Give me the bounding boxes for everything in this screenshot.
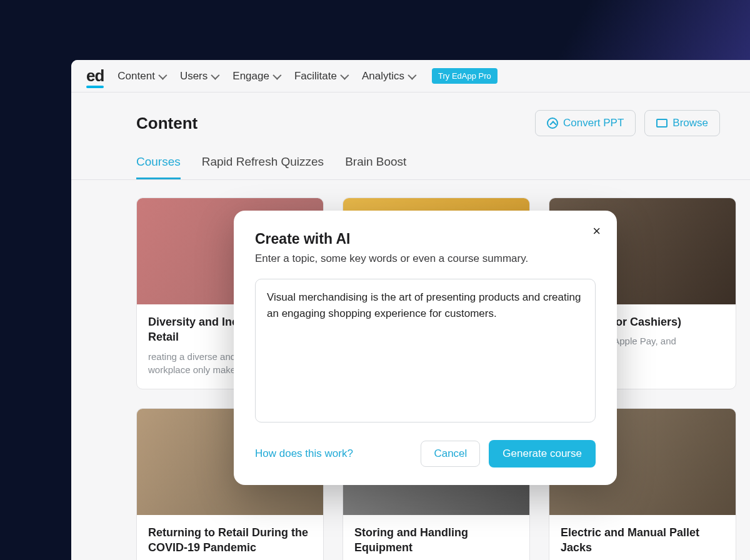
nav-label: Users [180, 70, 208, 82]
logo: ed [86, 66, 104, 86]
page-title: Content [136, 114, 198, 133]
nav-content[interactable]: Content [116, 68, 166, 85]
generate-course-button[interactable]: Generate course [489, 440, 596, 468]
chevron-down-icon [211, 71, 220, 79]
modal-footer: How does this work? Cancel Generate cour… [255, 440, 596, 468]
nav-analytics[interactable]: Analytics [361, 68, 416, 85]
chevron-down-icon [272, 71, 281, 79]
library-icon [656, 119, 668, 128]
topic-input[interactable] [255, 279, 596, 422]
page-header: Content Convert PPT Browse [71, 92, 750, 140]
upload-icon [547, 118, 558, 129]
chevron-down-icon [340, 71, 349, 79]
chevron-down-icon [408, 71, 416, 79]
modal-subtitle: Enter a topic, some key words or even a … [255, 252, 596, 265]
nav-label: Analytics [362, 70, 404, 82]
header-actions: Convert PPT Browse [535, 110, 720, 136]
course-title: Electric and Manual Pallet Jacks [561, 525, 724, 556]
course-title: Returning to Retail During the COVID-19 … [148, 525, 312, 556]
tab-brain-boost[interactable]: Brain Boost [345, 155, 406, 179]
tabs: Courses Rapid Refresh Quizzes Brain Boos… [71, 140, 750, 180]
modal-title: Create with AI [255, 231, 596, 248]
nav-facilitate[interactable]: Facilitate [293, 68, 348, 85]
help-link[interactable]: How does this work? [255, 448, 353, 460]
nav-label: Facilitate [294, 70, 337, 82]
cancel-button[interactable]: Cancel [421, 441, 480, 467]
tab-rapid-refresh[interactable]: Rapid Refresh Quizzes [202, 155, 324, 179]
chevron-down-icon [158, 71, 167, 79]
top-navbar: ed Content Users Engage Facilitate Analy… [71, 60, 750, 92]
convert-ppt-button[interactable]: Convert PPT [535, 110, 636, 136]
nav-label: Engage [232, 70, 269, 82]
button-label: Convert PPT [563, 117, 624, 129]
nav-users[interactable]: Users [179, 68, 219, 85]
try-pro-button[interactable]: Try EdApp Pro [432, 68, 498, 84]
course-title: Storing and Handling Equipment [354, 525, 518, 556]
nav-label: Content [118, 70, 155, 82]
nav-engage[interactable]: Engage [231, 68, 281, 85]
button-label: Browse [672, 117, 708, 129]
create-with-ai-modal: × Create with AI Enter a topic, some key… [234, 211, 617, 485]
tab-courses[interactable]: Courses [136, 155, 181, 179]
close-icon[interactable]: × [592, 224, 601, 238]
browse-library-button[interactable]: Browse [644, 110, 720, 136]
